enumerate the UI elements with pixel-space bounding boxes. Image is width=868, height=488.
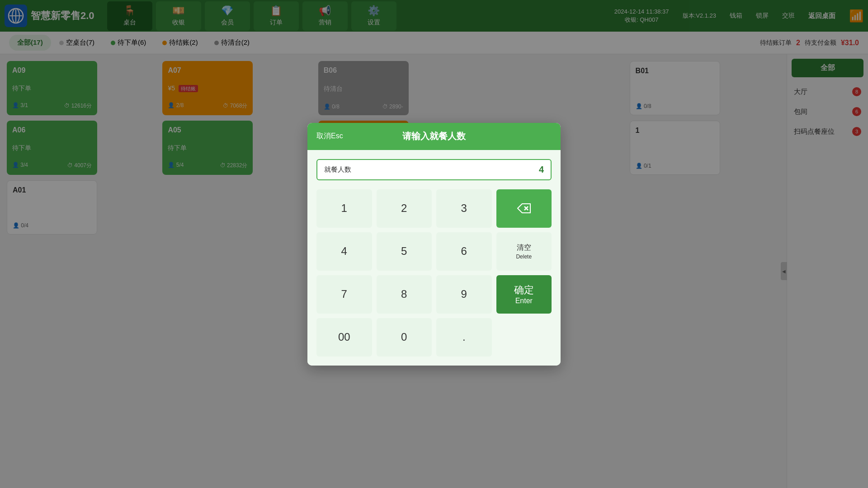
numpad-key-7[interactable]: 7 — [316, 275, 372, 314]
numpad: 1 2 3 4 5 6 清空 Delete — [316, 189, 552, 357]
delete-en-label: Delete — [516, 253, 532, 260]
guest-count-dialog: 取消Esc 请输入就餐人数 就餐人数 4 1 2 3 — [307, 123, 561, 366]
numpad-confirm[interactable]: 确定 Enter — [496, 275, 552, 314]
dialog-cancel-btn[interactable]: 取消Esc — [316, 131, 343, 141]
dialog-body: 就餐人数 4 1 2 3 4 5 6 — [307, 150, 561, 366]
numpad-delete[interactable]: 清空 Delete — [496, 232, 552, 271]
numpad-backspace[interactable] — [496, 189, 552, 228]
numpad-key-0[interactable]: 0 — [377, 318, 432, 357]
dialog-header: 取消Esc 请输入就餐人数 — [307, 123, 561, 150]
dialog-input-row: 就餐人数 4 — [316, 159, 552, 180]
numpad-key-1[interactable]: 1 — [316, 189, 372, 228]
numpad-key-00[interactable]: 00 — [316, 318, 372, 357]
numpad-key-8[interactable]: 8 — [377, 275, 432, 314]
numpad-key-9[interactable]: 9 — [436, 275, 492, 314]
confirm-cn-label: 确定 — [514, 283, 534, 297]
dialog-title: 请输入就餐人数 — [402, 130, 466, 142]
numpad-key-4[interactable]: 4 — [316, 232, 372, 271]
dialog-input-label: 就餐人数 — [324, 165, 530, 174]
delete-cn-label: 清空 — [517, 243, 531, 253]
numpad-key-5[interactable]: 5 — [377, 232, 432, 271]
dialog-input-value: 4 — [530, 164, 544, 175]
numpad-key-2[interactable]: 2 — [377, 189, 432, 228]
confirm-en-label: Enter — [515, 297, 533, 305]
numpad-key-3[interactable]: 3 — [436, 189, 492, 228]
numpad-key-dot[interactable]: . — [436, 318, 492, 357]
numpad-key-6[interactable]: 6 — [436, 232, 492, 271]
modal-overlay[interactable]: 取消Esc 请输入就餐人数 就餐人数 4 1 2 3 — [0, 0, 868, 488]
